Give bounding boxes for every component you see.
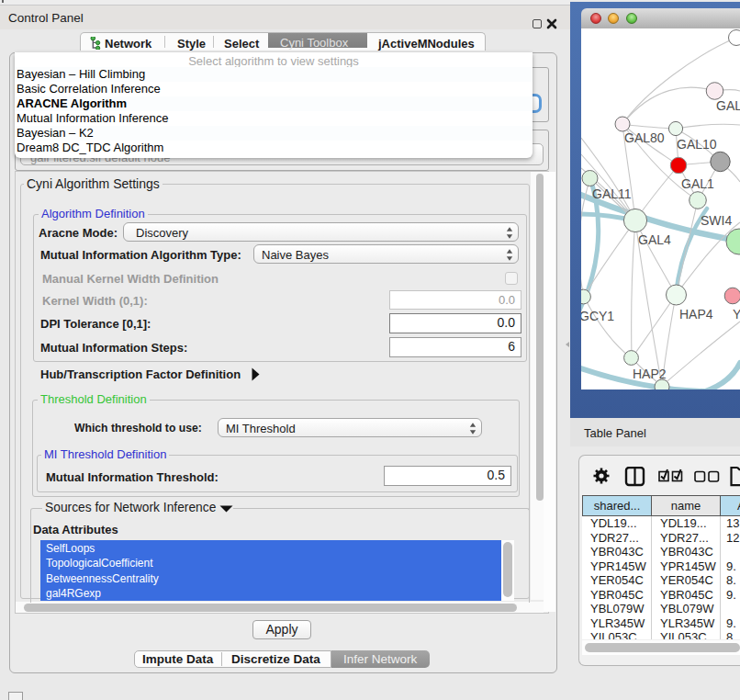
- svg-text:GCY1: GCY1: [581, 309, 614, 323]
- svg-text:GAL: GAL: [716, 98, 740, 113]
- svg-text:GAL11: GAL11: [592, 186, 632, 201]
- svg-text:GAL4: GAL4: [638, 232, 671, 247]
- svg-text:GAL1: GAL1: [681, 176, 714, 191]
- svg-text:HAP2: HAP2: [633, 367, 667, 381]
- svg-text:Y: Y: [733, 307, 740, 322]
- svg-text:GAL10: GAL10: [677, 137, 717, 152]
- svg-text:GAL80: GAL80: [624, 130, 665, 145]
- svg-text:HAP4: HAP4: [679, 307, 713, 322]
- svg-text:SWI4: SWI4: [701, 213, 732, 228]
